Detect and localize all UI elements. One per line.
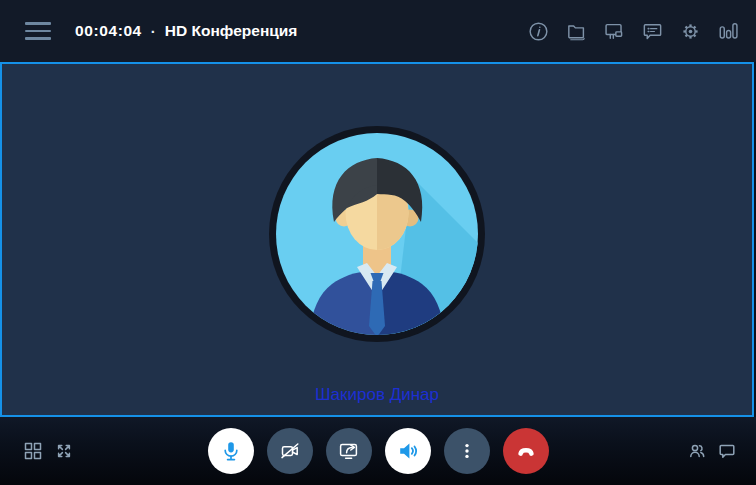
video-tile[interactable]: Шакиров Динар [0,62,754,417]
participant-avatar [264,121,490,347]
info-icon[interactable] [527,20,550,43]
participants-icon[interactable] [688,442,706,460]
chat-messages-icon[interactable] [641,20,664,43]
layout-grid-icon[interactable] [24,442,42,460]
microphone-button[interactable] [208,428,254,474]
topbar-icon-group [527,20,740,43]
screen-share-button[interactable] [326,428,372,474]
whiteboard-icon[interactable] [603,20,626,43]
panel-toggles [688,442,736,460]
speaker-button[interactable] [385,428,431,474]
separator-dot: · [151,23,156,40]
hangup-button[interactable] [503,428,549,474]
camera-button[interactable] [267,428,313,474]
stats-bars-icon[interactable] [717,20,740,43]
conference-timer: 00:04:04 [75,22,142,40]
control-bar [0,417,756,485]
more-options-button[interactable] [444,428,490,474]
settings-gear-icon[interactable] [679,20,702,43]
layout-controls [24,442,73,460]
chat-bubble-icon[interactable] [718,442,736,460]
conference-title: HD Конференция [165,22,298,40]
hamburger-menu-icon[interactable] [25,22,51,40]
participant-name-label: Шакиров Динар [2,385,752,405]
files-folder-icon[interactable] [565,20,588,43]
fullscreen-expand-icon[interactable] [55,442,73,460]
top-bar: 00:04:04 · HD Конференция [0,0,756,62]
